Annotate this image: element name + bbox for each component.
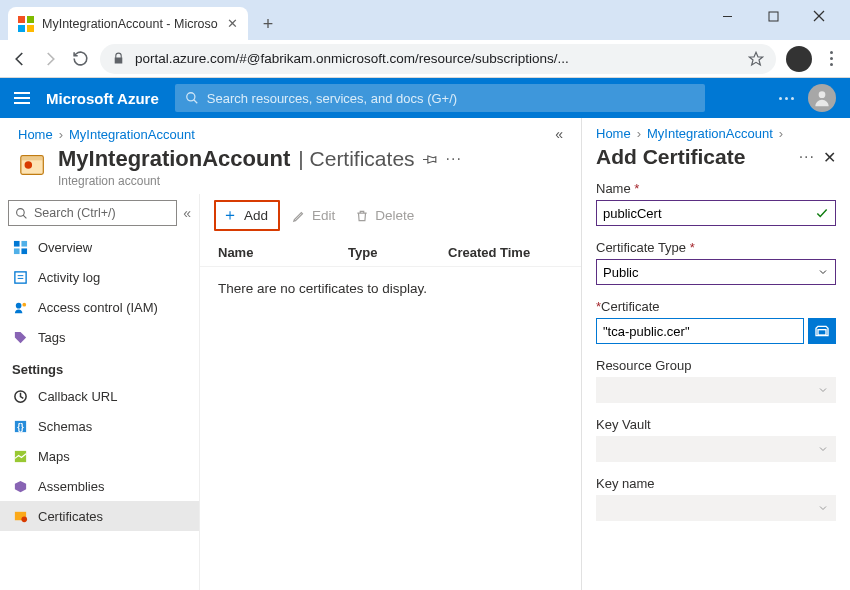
col-type[interactable]: Type (348, 245, 448, 260)
certificates-main: ＋ Add Edit Delete Name Type Created (200, 194, 581, 590)
field-name: Name * publicCert (596, 181, 836, 226)
chevron-right-icon: › (779, 126, 783, 141)
chevron-down-icon (817, 443, 829, 455)
search-icon (185, 91, 199, 105)
sidebar-item-label: Maps (38, 449, 70, 464)
browse-file-button[interactable] (808, 318, 836, 344)
col-name[interactable]: Name (218, 245, 348, 260)
chevron-down-icon (817, 502, 829, 514)
maximize-button[interactable] (750, 0, 796, 32)
panel-more-icon[interactable]: ··· (799, 148, 815, 166)
sidebar-item-schemas[interactable]: {} Schemas (0, 411, 199, 441)
portal-search[interactable]: Search resources, services, and docs (G+… (175, 84, 705, 112)
svg-rect-3 (27, 25, 34, 32)
delete-label: Delete (375, 208, 414, 223)
commands-toolbar: ＋ Add Edit Delete (200, 194, 581, 239)
browser-tab[interactable]: MyIntegrationAccount - Microso ✕ (8, 7, 248, 40)
chevron-right-icon: › (637, 126, 641, 141)
panel-bc-resource[interactable]: MyIntegrationAccount (647, 126, 773, 141)
breadcrumb-home[interactable]: Home (18, 127, 53, 142)
sidebar-search[interactable]: Search (Ctrl+/) (8, 200, 177, 226)
kn-select[interactable] (596, 495, 836, 521)
kv-select[interactable] (596, 436, 836, 462)
svg-rect-33 (818, 330, 826, 335)
sidebar-item-label: Callback URL (38, 389, 117, 404)
star-icon[interactable] (748, 51, 764, 67)
sidebar-item-callback-url[interactable]: Callback URL (0, 381, 199, 411)
minimize-button[interactable] (704, 0, 750, 32)
edit-button[interactable]: Edit (284, 204, 343, 227)
sidebar-section-settings: Settings (0, 352, 199, 381)
svg-rect-5 (769, 12, 778, 21)
sidebar-item-label: Certificates (38, 509, 103, 524)
profile-avatar[interactable] (786, 46, 812, 72)
svg-point-13 (25, 161, 33, 169)
svg-point-32 (21, 516, 27, 522)
breadcrumb-resource[interactable]: MyIntegrationAccount (69, 127, 195, 142)
browser-menu-button[interactable] (822, 51, 840, 66)
window-controls (704, 0, 842, 32)
back-button[interactable] (10, 49, 30, 69)
field-key-vault: Key Vault (596, 417, 836, 462)
type-label: Certificate Type * (596, 240, 836, 255)
iam-icon (12, 299, 28, 315)
pin-icon[interactable] (423, 152, 438, 167)
svg-rect-17 (13, 240, 19, 246)
sidebar-item-overview[interactable]: Overview (0, 232, 199, 262)
page-section: | Certificates (298, 147, 414, 171)
svg-rect-1 (27, 16, 34, 23)
header-more-button[interactable] (779, 97, 794, 100)
col-created[interactable]: Created Time (448, 245, 530, 260)
close-window-button[interactable] (796, 0, 842, 32)
kn-label: Key name (596, 476, 836, 491)
sidebar-item-activity-log[interactable]: Activity log (0, 262, 199, 292)
panel-bc-home[interactable]: Home (596, 126, 631, 141)
sidebar-item-label: Access control (IAM) (38, 300, 158, 315)
trash-icon (355, 209, 369, 223)
table-header: Name Type Created Time (200, 239, 581, 267)
name-input[interactable]: publicCert (596, 200, 836, 226)
integration-account-icon (18, 150, 48, 180)
svg-point-9 (187, 93, 195, 101)
sidebar-item-iam[interactable]: Access control (IAM) (0, 292, 199, 322)
sidebar-item-tags[interactable]: Tags (0, 322, 199, 352)
sidebar-search-placeholder: Search (Ctrl+/) (34, 206, 116, 220)
search-placeholder: Search resources, services, and docs (G+… (207, 91, 457, 106)
portal-menu-button[interactable] (14, 92, 30, 104)
address-bar[interactable]: portal.azure.com/#@fabrikam.onmicrosoft.… (100, 44, 776, 74)
svg-point-25 (22, 302, 26, 306)
cert-file-input[interactable]: "tca-public.cer" (596, 318, 804, 344)
forward-button[interactable] (40, 49, 60, 69)
sidebar-item-assemblies[interactable]: Assemblies (0, 471, 199, 501)
collapse-breadcrumb-icon[interactable]: « (555, 126, 563, 142)
kv-label: Key Vault (596, 417, 836, 432)
more-icon[interactable]: ··· (446, 150, 462, 168)
close-panel-button[interactable]: ✕ (823, 148, 836, 167)
sidebar-item-label: Tags (38, 330, 65, 345)
svg-point-11 (819, 91, 826, 98)
svg-rect-2 (18, 25, 25, 32)
sidebar-item-maps[interactable]: Maps (0, 441, 199, 471)
svg-rect-20 (21, 248, 27, 254)
type-select[interactable]: Public (596, 259, 836, 285)
svg-rect-21 (14, 271, 25, 282)
delete-button[interactable]: Delete (347, 204, 422, 227)
svg-rect-19 (13, 248, 19, 254)
svg-rect-0 (18, 16, 25, 23)
rg-select[interactable] (596, 377, 836, 403)
cert-label: *Certificate (596, 299, 836, 314)
reload-button[interactable] (70, 49, 90, 69)
account-avatar[interactable] (808, 84, 836, 112)
azure-brand[interactable]: Microsoft Azure (46, 90, 159, 107)
add-button[interactable]: ＋ Add (214, 200, 280, 231)
close-tab-icon[interactable]: ✕ (227, 16, 238, 31)
collapse-sidebar-icon[interactable]: « (183, 205, 191, 221)
field-certificate: *Certificate "tca-public.cer" (596, 299, 836, 344)
new-tab-button[interactable]: + (254, 10, 282, 38)
maps-icon (12, 448, 28, 464)
sidebar-item-label: Activity log (38, 270, 100, 285)
sidebar-item-certificates[interactable]: Certificates (0, 501, 199, 531)
svg-point-24 (15, 302, 21, 308)
svg-line-16 (23, 215, 26, 218)
edit-label: Edit (312, 208, 335, 223)
